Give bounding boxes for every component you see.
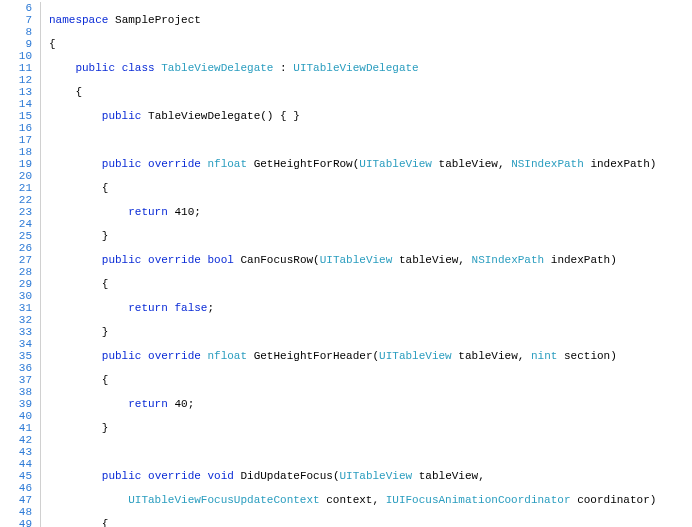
- ctor-name: TableViewDelegate: [148, 110, 260, 122]
- keyword: public: [102, 254, 142, 266]
- param: tableView: [419, 470, 478, 482]
- line-number: 25: [0, 230, 32, 242]
- line-number: 28: [0, 266, 32, 278]
- namespace-name: SampleProject: [115, 14, 201, 26]
- line-number: 43: [0, 446, 32, 458]
- line-number: 38: [0, 386, 32, 398]
- param: indexPath: [590, 158, 649, 170]
- type-name: TableViewDelegate: [161, 62, 273, 74]
- method-name: GetHeightForHeader: [254, 350, 373, 362]
- keyword: public: [102, 470, 142, 482]
- line-number: 18: [0, 146, 32, 158]
- line-number: 48: [0, 506, 32, 518]
- line-number: 40: [0, 410, 32, 422]
- type-name: UITableViewDelegate: [293, 62, 418, 74]
- keyword: override: [148, 158, 201, 170]
- type-name: UITableView: [320, 254, 393, 266]
- line-number: 14: [0, 98, 32, 110]
- line-number: 26: [0, 242, 32, 254]
- gutter-divider: [40, 2, 41, 527]
- keyword: return: [128, 302, 168, 314]
- line-number: 6: [0, 2, 32, 14]
- line-number: 32: [0, 314, 32, 326]
- line-number: 22: [0, 194, 32, 206]
- keyword: public: [102, 350, 142, 362]
- line-number: 37: [0, 374, 32, 386]
- keyword: override: [148, 470, 201, 482]
- param: tableView: [439, 158, 498, 170]
- line-number: 9: [0, 38, 32, 50]
- type-name: nint: [531, 350, 557, 362]
- line-number: 42: [0, 434, 32, 446]
- line-number-gutter: 6 7 8 9 10 11 12 13 14 15 16 17 18 19 20…: [0, 2, 40, 527]
- param: section: [564, 350, 610, 362]
- type-name: nfloat: [207, 158, 247, 170]
- param: context: [326, 494, 372, 506]
- line-number: 31: [0, 302, 32, 314]
- line-number: 13: [0, 86, 32, 98]
- line-number: 24: [0, 218, 32, 230]
- line-number: 8: [0, 26, 32, 38]
- number-literal: 40: [174, 398, 187, 410]
- number-literal: 410: [174, 206, 194, 218]
- line-number: 34: [0, 338, 32, 350]
- line-number: 36: [0, 362, 32, 374]
- line-number: 44: [0, 458, 32, 470]
- line-number: 20: [0, 170, 32, 182]
- line-number: 39: [0, 398, 32, 410]
- method-name: GetHeightForRow: [254, 158, 353, 170]
- line-number: 11: [0, 62, 32, 74]
- keyword-namespace: namespace: [49, 14, 108, 26]
- line-number: 19: [0, 158, 32, 170]
- keyword: return: [128, 398, 168, 410]
- type-name: UITableView: [379, 350, 452, 362]
- type-name: UITableView: [340, 470, 413, 482]
- line-number: 35: [0, 350, 32, 362]
- line-number: 47: [0, 494, 32, 506]
- line-number: 45: [0, 470, 32, 482]
- param: tableView: [458, 350, 517, 362]
- line-number: 17: [0, 134, 32, 146]
- line-number: 46: [0, 482, 32, 494]
- line-number: 33: [0, 326, 32, 338]
- type-name: NSIndexPath: [511, 158, 584, 170]
- param: coordinator: [577, 494, 650, 506]
- line-number: 7: [0, 14, 32, 26]
- type-name: nfloat: [207, 350, 247, 362]
- keyword: bool: [207, 254, 233, 266]
- line-number: 27: [0, 254, 32, 266]
- type-name: UITableViewFocusUpdateContext: [128, 494, 319, 506]
- type-name: NSIndexPath: [472, 254, 545, 266]
- keyword: override: [148, 254, 201, 266]
- keyword: class: [122, 62, 155, 74]
- type-name: UITableView: [359, 158, 432, 170]
- type-name: IUIFocusAnimationCoordinator: [386, 494, 571, 506]
- line-number: 10: [0, 50, 32, 62]
- keyword: public: [102, 158, 142, 170]
- keyword: override: [148, 350, 201, 362]
- line-number: 29: [0, 278, 32, 290]
- keyword: void: [207, 470, 233, 482]
- param: tableView: [399, 254, 458, 266]
- param: indexPath: [551, 254, 610, 266]
- keyword: return: [128, 206, 168, 218]
- method-name: CanFocusRow: [240, 254, 313, 266]
- line-number: 23: [0, 206, 32, 218]
- line-number: 21: [0, 182, 32, 194]
- code-content[interactable]: namespace SampleProject { public class T…: [49, 2, 692, 527]
- line-number: 12: [0, 74, 32, 86]
- code-editor: 6 7 8 9 10 11 12 13 14 15 16 17 18 19 20…: [0, 0, 692, 527]
- line-number: 16: [0, 122, 32, 134]
- line-number: 41: [0, 422, 32, 434]
- keyword: public: [102, 110, 142, 122]
- line-number: 15: [0, 110, 32, 122]
- line-number: 30: [0, 290, 32, 302]
- method-name: DidUpdateFocus: [240, 470, 332, 482]
- line-number: 49: [0, 518, 32, 527]
- keyword: false: [174, 302, 207, 314]
- keyword: public: [75, 62, 115, 74]
